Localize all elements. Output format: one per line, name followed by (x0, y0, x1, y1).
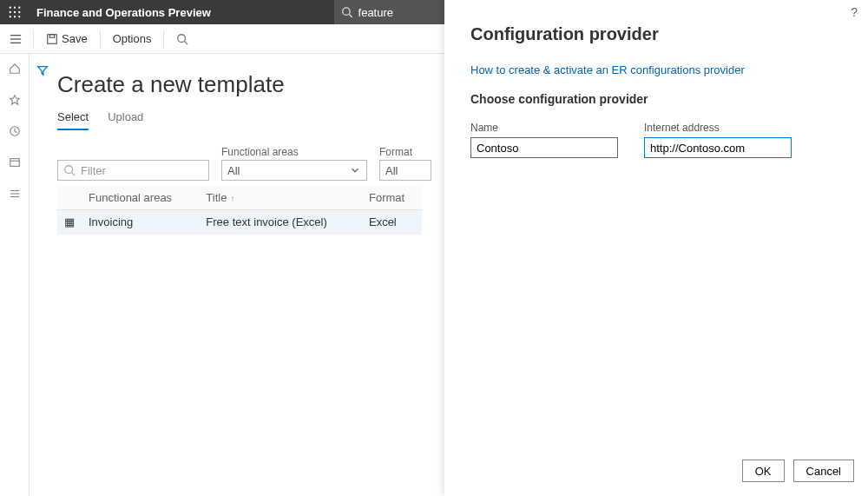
tab-select[interactable]: Select (57, 110, 89, 130)
format-label: Format (379, 146, 431, 158)
chevron-down-icon (349, 164, 361, 176)
dropdown-value: All (385, 164, 398, 177)
help-link[interactable]: How to create & activate an ER configura… (470, 63, 745, 76)
left-rail (0, 54, 30, 496)
name-input[interactable] (470, 137, 618, 158)
save-label: Save (62, 32, 88, 45)
table-row[interactable]: ▦ Invoicing Free text invoice (Excel) Ex… (57, 210, 422, 235)
svg-rect-15 (49, 34, 54, 37)
functional-areas-dropdown[interactable]: All (221, 160, 367, 181)
svg-point-6 (10, 16, 11, 17)
options-button[interactable]: Options (108, 29, 157, 49)
col-title[interactable]: Title↑ (199, 186, 362, 210)
save-icon (46, 33, 58, 45)
svg-point-9 (343, 8, 350, 15)
search-icon (176, 33, 188, 45)
col-format[interactable]: Format (362, 186, 422, 210)
save-button[interactable]: Save (41, 29, 93, 49)
format-dropdown[interactable]: All (379, 160, 431, 181)
config-provider-panel: ? Configuration provider How to create &… (444, 0, 868, 496)
grid-filter-input[interactable]: Filter (57, 160, 209, 181)
ok-button[interactable]: OK (742, 460, 785, 482)
cell-title: Free text invoice (Excel) (199, 210, 362, 235)
cell-format: Excel (362, 210, 422, 235)
cell-functional: Invoicing (82, 210, 199, 235)
template-grid: Functional areas Title↑ Format ▦ Invoici… (57, 186, 422, 235)
svg-point-16 (178, 34, 186, 42)
panel-title: Configuration provider (470, 24, 842, 44)
svg-point-5 (18, 11, 20, 13)
filter-pane-icon[interactable] (36, 64, 57, 80)
filter-placeholder: Filter (81, 164, 203, 177)
svg-point-8 (18, 16, 20, 17)
tab-upload[interactable]: Upload (108, 110, 143, 130)
svg-rect-19 (10, 159, 19, 167)
svg-point-0 (10, 7, 11, 9)
name-label: Name (470, 122, 618, 134)
dropdown-value: All (227, 164, 240, 177)
col-functional[interactable]: Functional areas (82, 186, 199, 210)
svg-point-4 (14, 11, 16, 13)
svg-line-17 (185, 41, 188, 44)
help-icon[interactable]: ? (851, 5, 858, 19)
svg-rect-14 (48, 34, 57, 43)
search-icon (63, 164, 76, 176)
svg-line-10 (349, 15, 352, 17)
rail-favorites-icon[interactable] (9, 94, 21, 109)
address-label: Internet address (644, 122, 792, 134)
find-button[interactable] (171, 30, 194, 49)
svg-line-25 (72, 173, 76, 176)
rail-workspaces-icon[interactable] (9, 156, 21, 172)
panel-subhead: Choose configuration provider (470, 92, 842, 106)
options-label: Options (113, 32, 152, 45)
document-icon: ▦ (64, 215, 75, 228)
rail-recent-icon[interactable] (9, 125, 21, 141)
sort-asc-icon: ↑ (230, 194, 234, 203)
svg-point-7 (14, 16, 16, 17)
search-icon (341, 6, 353, 18)
app-launcher-icon[interactable] (0, 6, 30, 18)
svg-point-24 (65, 166, 73, 174)
svg-point-1 (14, 7, 16, 9)
svg-point-2 (18, 7, 20, 9)
svg-point-3 (10, 11, 11, 13)
address-input[interactable] (644, 137, 792, 158)
functional-areas-label: Functional areas (221, 146, 367, 158)
rail-modules-icon[interactable] (9, 188, 21, 203)
app-title: Finance and Operations Preview (30, 6, 211, 19)
cancel-button[interactable]: Cancel (793, 460, 854, 482)
rail-home-icon[interactable] (9, 63, 21, 78)
nav-toggle-icon[interactable] (5, 33, 26, 45)
